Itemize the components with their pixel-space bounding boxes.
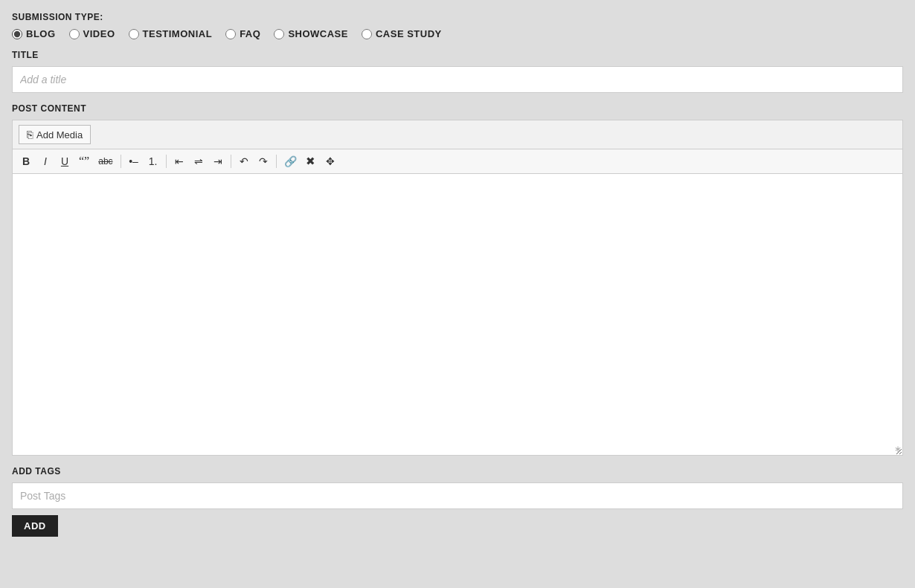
toolbar-align-left-button[interactable]: ⇤ — [170, 152, 188, 170]
link-icon: 🔗 — [284, 155, 297, 167]
editor-area[interactable] — [12, 173, 903, 456]
toolbar-unordered-list-button[interactable]: •– — [125, 152, 143, 170]
toolbar-bold-button[interactable]: B — [17, 152, 35, 170]
title-label: TITLE — [12, 50, 903, 60]
toolbar-align-right-button[interactable]: ⇥ — [209, 152, 227, 170]
add-media-label: Add Media — [36, 129, 83, 140]
add-tags-section: ADD TAGS ADD — [12, 466, 903, 537]
editor-toolbar: B I U “” abc •– 1. ⇤ — [12, 149, 903, 173]
redo-icon: ↷ — [259, 155, 268, 167]
title-input[interactable] — [12, 66, 903, 93]
radio-case-study-input[interactable] — [362, 29, 372, 39]
underline-icon: U — [61, 155, 68, 167]
toolbar-ordered-list-button[interactable]: 1. — [144, 152, 162, 170]
radio-testimonial-label: TESTIMONIAL — [143, 28, 213, 39]
tags-input[interactable] — [12, 482, 903, 509]
unordered-list-icon: •– — [129, 155, 138, 167]
radio-case-study-label: CASE STUDY — [376, 28, 442, 39]
submission-type-label: SUBMISSION TYPE: — [12, 12, 903, 22]
toolbar-fullscreen-button[interactable]: ✥ — [321, 152, 339, 170]
radio-group: BLOG VIDEO TESTIMONIAL FAQ SHOWCASE CASE… — [12, 28, 903, 39]
post-content-label: POST CONTENT — [12, 103, 903, 114]
toolbar-undo-button[interactable]: ↶ — [235, 152, 253, 170]
submission-type-section: SUBMISSION TYPE: BLOG VIDEO TESTIMONIAL … — [12, 12, 903, 39]
toolbar-strikethrough-button[interactable]: abc — [94, 152, 116, 170]
strikethrough-icon: abc — [98, 156, 112, 167]
add-tags-label: ADD TAGS — [12, 466, 903, 476]
toolbar-separator-4 — [276, 155, 277, 168]
toolbar-separator-2 — [166, 155, 167, 168]
editor-area-wrapper: ∗ — [12, 173, 903, 456]
bold-icon: B — [22, 155, 30, 167]
post-content-section: POST CONTENT ⎘ Add Media B I U “” abc — [12, 103, 903, 456]
radio-testimonial-input[interactable] — [129, 29, 139, 39]
radio-case-study[interactable]: CASE STUDY — [362, 28, 442, 39]
radio-video-label: VIDEO — [83, 28, 115, 39]
page-wrapper: SUBMISSION TYPE: BLOG VIDEO TESTIMONIAL … — [0, 0, 915, 588]
radio-faq[interactable]: FAQ — [225, 28, 260, 39]
toolbar-underline-button[interactable]: U — [56, 152, 74, 170]
fullscreen-icon: ✥ — [326, 155, 335, 167]
toolbar-separator-1 — [121, 155, 121, 168]
add-media-button[interactable]: ⎘ Add Media — [19, 125, 91, 144]
radio-testimonial[interactable]: TESTIMONIAL — [129, 28, 213, 39]
toolbar-link-button[interactable]: 🔗 — [280, 152, 301, 170]
toolbar-italic-button[interactable]: I — [36, 152, 54, 170]
toolbar-quote-button[interactable]: “” — [75, 152, 93, 170]
add-tags-button[interactable]: ADD — [12, 515, 58, 537]
radio-showcase[interactable]: SHOWCASE — [274, 28, 348, 39]
toolbar-separator-3 — [231, 155, 231, 168]
align-left-icon: ⇤ — [175, 155, 184, 167]
radio-blog-label: BLOG — [26, 28, 56, 39]
radio-blog[interactable]: BLOG — [12, 28, 56, 39]
align-center-icon: ⇌ — [194, 155, 203, 167]
unlink-icon: ✖ — [306, 155, 315, 168]
undo-icon: ↶ — [240, 155, 248, 167]
radio-video-input[interactable] — [69, 29, 80, 39]
toolbar-redo-button[interactable]: ↷ — [254, 152, 272, 170]
radio-faq-label: FAQ — [240, 28, 260, 39]
radio-faq-input[interactable] — [225, 29, 236, 39]
toolbar-align-center-button[interactable]: ⇌ — [190, 152, 208, 170]
radio-video[interactable]: VIDEO — [69, 28, 115, 39]
title-section: TITLE — [12, 50, 903, 93]
radio-showcase-label: SHOWCASE — [288, 28, 348, 39]
radio-showcase-input[interactable] — [274, 29, 284, 39]
align-right-icon: ⇥ — [214, 155, 222, 167]
radio-blog-input[interactable] — [12, 29, 22, 39]
italic-icon: I — [44, 155, 47, 167]
toolbar-unlink-button[interactable]: ✖ — [302, 152, 320, 170]
quote-icon: “” — [79, 155, 89, 168]
ordered-list-icon: 1. — [149, 155, 158, 167]
add-media-icon: ⎘ — [27, 129, 33, 140]
add-media-bar: ⎘ Add Media — [12, 120, 903, 149]
